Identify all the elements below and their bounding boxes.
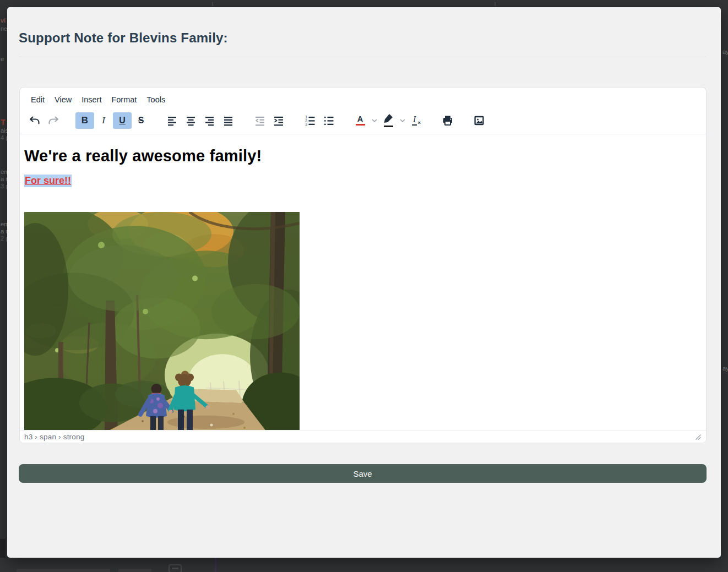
chevron-down-icon	[370, 115, 379, 127]
italic-icon: I	[102, 115, 105, 126]
resize-grip-icon	[694, 433, 702, 440]
chevron-down-icon	[398, 115, 407, 127]
backdrop-text-fragment: 3 p	[1, 183, 7, 189]
editor-menubar: Edit View Insert Format Tools	[20, 88, 706, 109]
toolbar-underline[interactable]: U	[113, 112, 132, 129]
editor-content[interactable]: We're a really awesome family! For sure!…	[20, 134, 706, 430]
backdrop-tick	[212, 2, 213, 6]
indent-icon	[272, 114, 285, 127]
toolbar-indent[interactable]	[269, 112, 288, 129]
rich-text-editor: Edit View Insert Format Tools	[19, 87, 707, 443]
backdrop-divider-line	[215, 558, 216, 572]
toolbar-redo[interactable]	[44, 112, 63, 129]
toolbar-undo[interactable]	[25, 112, 44, 129]
text-color-icon: A	[357, 115, 363, 123]
toolbar-clear-formatting[interactable]: I×	[407, 112, 426, 129]
dialog-title: Support Note for Blevins Family:	[19, 30, 228, 46]
backdrop-text-fragment: vi	[1, 17, 6, 24]
toolbar-insert-image[interactable]	[470, 112, 488, 129]
backdrop-text-fragment: e	[1, 56, 4, 62]
save-button[interactable]: Save	[19, 464, 707, 483]
print-group	[438, 112, 457, 129]
strikethrough-icon: S	[138, 116, 144, 126]
history-group	[25, 112, 63, 129]
toolbar-outdent[interactable]	[251, 112, 269, 129]
undo-icon	[28, 114, 41, 127]
indent-group	[251, 112, 288, 129]
toolbar-italic[interactable]: I	[94, 112, 113, 129]
align-left-icon	[166, 114, 179, 127]
toolbar-text-color-menu[interactable]	[370, 112, 379, 129]
support-note-dialog: Support Note for Blevins Family: Edit Vi…	[7, 7, 721, 558]
print-icon	[441, 114, 454, 127]
clear-formatting-x: ×	[417, 119, 421, 126]
bold-icon: B	[82, 115, 88, 126]
toolbar-align-center[interactable]	[182, 112, 200, 129]
backdrop-tick	[495, 2, 496, 6]
image-icon	[472, 114, 486, 127]
toolbar-highlight-color[interactable]	[379, 112, 398, 129]
toolbar-numbered-list[interactable]: 1 2 3	[301, 112, 319, 129]
backdrop-text-fragment: a r	[1, 228, 7, 235]
backdrop-text-blur	[17, 569, 110, 572]
toolbar-highlight-color-menu[interactable]	[398, 112, 407, 129]
clear-formatting-icon: I×	[412, 115, 421, 126]
backdrop-text-fragment: ay	[722, 48, 728, 55]
align-center-icon	[184, 114, 198, 127]
align-right-icon	[203, 114, 216, 127]
toolbar-strikethrough[interactable]: S	[132, 112, 150, 129]
selected-text: For sure!!	[24, 175, 72, 187]
element-path: h3 › span › strong	[24, 433, 84, 441]
note-subheading: For sure!!	[24, 175, 702, 187]
svg-text:3: 3	[305, 122, 307, 126]
toolbar-align-right[interactable]	[200, 112, 219, 129]
backdrop-sidebar-edge	[0, 539, 6, 558]
toolbar-text-color[interactable]: A	[351, 112, 370, 129]
font-style-group: B I U S	[75, 112, 150, 129]
menu-tools[interactable]: Tools	[142, 93, 170, 106]
alignment-group	[163, 112, 238, 129]
menu-view[interactable]: View	[50, 93, 77, 106]
align-justify-icon	[222, 114, 235, 127]
backdrop-text-blur	[118, 569, 151, 572]
toolbar-bullet-list[interactable]	[319, 112, 338, 129]
backdrop-text-fragment: ne	[1, 25, 7, 32]
content-photo-children-forest[interactable]	[24, 212, 300, 431]
title-divider	[19, 57, 707, 57]
color-group: A	[351, 112, 426, 129]
toolbar-align-justify[interactable]	[219, 112, 238, 129]
toolbar-bold[interactable]: B	[75, 112, 94, 129]
toolbar-print[interactable]	[438, 112, 457, 129]
backdrop-text-fragment: em	[1, 221, 7, 227]
resize-handle[interactable]	[694, 433, 702, 440]
menu-format[interactable]: Format	[106, 93, 142, 106]
toolbar-align-left[interactable]	[163, 112, 182, 129]
redo-icon	[47, 114, 60, 127]
editor-toolbar: B I U S	[20, 109, 706, 134]
editor-statusbar: h3 › span › strong	[20, 430, 706, 443]
backdrop-text-fragment: ay	[722, 365, 728, 372]
backdrop-text-fragment: em	[1, 168, 7, 175]
clear-formatting-i: I	[412, 115, 417, 126]
menu-insert[interactable]: Insert	[77, 93, 106, 106]
backdrop-text-fragment: T	[1, 117, 6, 127]
backdrop-text-fragment: 4 p	[1, 134, 7, 141]
text-color-swatch	[356, 124, 365, 126]
outdent-icon	[253, 114, 267, 127]
numbered-list-icon: 1 2 3	[303, 114, 317, 127]
bullet-list-icon	[322, 114, 335, 127]
underline-icon: U	[119, 116, 126, 126]
list-group: 1 2 3	[301, 112, 338, 129]
note-heading: We're a really awesome family!	[24, 147, 702, 165]
backdrop-text-fragment: 2 p	[1, 235, 7, 242]
backdrop-text-fragment: a r	[1, 176, 7, 182]
highlighter-icon	[382, 113, 395, 124]
menu-edit[interactable]: Edit	[26, 93, 50, 106]
highlight-color-swatch	[384, 126, 393, 128]
backdrop-text-fragment: ais	[1, 127, 7, 134]
backdrop-card-icon	[169, 564, 182, 572]
image-group	[470, 112, 488, 129]
